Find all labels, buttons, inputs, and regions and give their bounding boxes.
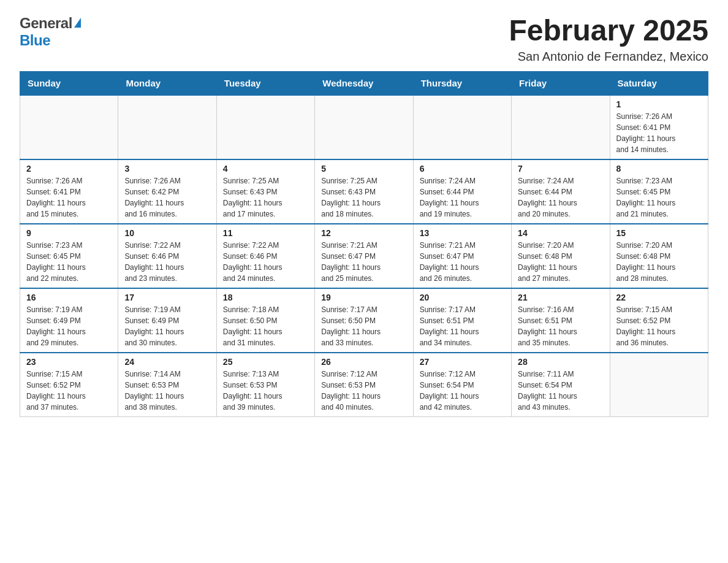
calendar-day-cell: 1Sunrise: 7:26 AM Sunset: 6:41 PM Daylig… <box>610 95 708 159</box>
calendar-day-cell: 20Sunrise: 7:17 AM Sunset: 6:51 PM Dayli… <box>413 288 511 353</box>
calendar-week-row: 16Sunrise: 7:19 AM Sunset: 6:49 PM Dayli… <box>20 288 708 353</box>
day-info: Sunrise: 7:22 AM Sunset: 6:46 PM Dayligh… <box>223 240 308 284</box>
logo-triangle-icon <box>74 18 81 28</box>
day-of-week-header: Friday <box>512 71 610 95</box>
day-info: Sunrise: 7:15 AM Sunset: 6:52 PM Dayligh… <box>616 304 702 348</box>
day-info: Sunrise: 7:25 AM Sunset: 6:43 PM Dayligh… <box>223 175 308 220</box>
day-number: 14 <box>518 228 603 238</box>
calendar-day-cell: 22Sunrise: 7:15 AM Sunset: 6:52 PM Dayli… <box>610 288 708 353</box>
calendar-day-cell: 19Sunrise: 7:17 AM Sunset: 6:50 PM Dayli… <box>315 288 413 353</box>
calendar-day-cell: 24Sunrise: 7:14 AM Sunset: 6:53 PM Dayli… <box>118 353 216 417</box>
calendar-day-cell: 9Sunrise: 7:23 AM Sunset: 6:45 PM Daylig… <box>20 224 118 288</box>
day-info: Sunrise: 7:21 AM Sunset: 6:47 PM Dayligh… <box>420 240 505 284</box>
logo: General Blue <box>20 15 81 49</box>
day-number: 25 <box>223 357 308 367</box>
day-info: Sunrise: 7:13 AM Sunset: 6:53 PM Dayligh… <box>223 369 308 413</box>
day-info: Sunrise: 7:15 AM Sunset: 6:52 PM Dayligh… <box>26 369 112 413</box>
calendar-day-cell: 25Sunrise: 7:13 AM Sunset: 6:53 PM Dayli… <box>216 353 314 417</box>
calendar-day-cell: 3Sunrise: 7:26 AM Sunset: 6:42 PM Daylig… <box>118 159 216 224</box>
day-info: Sunrise: 7:19 AM Sunset: 6:49 PM Dayligh… <box>124 304 210 348</box>
calendar-day-cell: 18Sunrise: 7:18 AM Sunset: 6:50 PM Dayli… <box>216 288 314 353</box>
day-info: Sunrise: 7:16 AM Sunset: 6:51 PM Dayligh… <box>518 304 603 348</box>
page-title: February 2025 <box>509 15 708 47</box>
calendar-day-cell: 4Sunrise: 7:25 AM Sunset: 6:43 PM Daylig… <box>216 159 314 224</box>
calendar-day-cell: 26Sunrise: 7:12 AM Sunset: 6:53 PM Dayli… <box>315 353 413 417</box>
day-number: 20 <box>420 293 505 302</box>
day-of-week-header: Monday <box>118 71 216 95</box>
page-header: General Blue February 2025 San Antonio d… <box>20 15 708 64</box>
calendar-day-cell: 7Sunrise: 7:24 AM Sunset: 6:44 PM Daylig… <box>512 159 610 224</box>
day-number: 9 <box>26 228 112 238</box>
calendar-day-cell <box>118 95 216 159</box>
day-info: Sunrise: 7:21 AM Sunset: 6:47 PM Dayligh… <box>321 240 406 284</box>
title-block: February 2025 San Antonio de Fernandez, … <box>509 15 708 64</box>
calendar-day-cell <box>610 353 708 417</box>
day-number: 6 <box>420 164 505 174</box>
page-subtitle: San Antonio de Fernandez, Mexico <box>509 50 708 64</box>
day-number: 27 <box>420 357 505 367</box>
day-number: 23 <box>26 357 112 367</box>
day-info: Sunrise: 7:11 AM Sunset: 6:54 PM Dayligh… <box>518 369 603 413</box>
day-info: Sunrise: 7:22 AM Sunset: 6:46 PM Dayligh… <box>124 240 210 284</box>
calendar-day-cell: 28Sunrise: 7:11 AM Sunset: 6:54 PM Dayli… <box>512 353 610 417</box>
day-number: 22 <box>616 293 702 302</box>
day-of-week-header: Thursday <box>413 71 511 95</box>
day-info: Sunrise: 7:12 AM Sunset: 6:53 PM Dayligh… <box>321 369 406 413</box>
day-of-week-header: Tuesday <box>216 71 314 95</box>
day-info: Sunrise: 7:17 AM Sunset: 6:51 PM Dayligh… <box>420 304 505 348</box>
day-number: 19 <box>321 293 406 302</box>
day-number: 24 <box>124 357 210 367</box>
logo-general-text: General <box>20 15 72 32</box>
day-number: 26 <box>321 357 406 367</box>
calendar-day-cell <box>315 95 413 159</box>
calendar-week-row: 23Sunrise: 7:15 AM Sunset: 6:52 PM Dayli… <box>20 353 708 417</box>
day-number: 3 <box>124 164 210 174</box>
day-info: Sunrise: 7:23 AM Sunset: 6:45 PM Dayligh… <box>26 240 112 284</box>
day-number: 28 <box>518 357 603 367</box>
day-number: 2 <box>26 164 112 174</box>
day-number: 21 <box>518 293 603 302</box>
calendar-day-cell <box>20 95 118 159</box>
calendar-table: SundayMondayTuesdayWednesdayThursdayFrid… <box>20 71 708 417</box>
calendar-day-cell: 13Sunrise: 7:21 AM Sunset: 6:47 PM Dayli… <box>413 224 511 288</box>
calendar-day-cell: 2Sunrise: 7:26 AM Sunset: 6:41 PM Daylig… <box>20 159 118 224</box>
day-info: Sunrise: 7:25 AM Sunset: 6:43 PM Dayligh… <box>321 175 406 220</box>
day-number: 1 <box>616 99 702 109</box>
day-number: 18 <box>223 293 308 302</box>
day-number: 10 <box>124 228 210 238</box>
calendar-day-cell: 11Sunrise: 7:22 AM Sunset: 6:46 PM Dayli… <box>216 224 314 288</box>
calendar-day-cell: 23Sunrise: 7:15 AM Sunset: 6:52 PM Dayli… <box>20 353 118 417</box>
day-number: 7 <box>518 164 603 174</box>
day-info: Sunrise: 7:19 AM Sunset: 6:49 PM Dayligh… <box>26 304 112 348</box>
calendar-day-cell: 14Sunrise: 7:20 AM Sunset: 6:48 PM Dayli… <box>512 224 610 288</box>
calendar-day-cell: 10Sunrise: 7:22 AM Sunset: 6:46 PM Dayli… <box>118 224 216 288</box>
day-number: 15 <box>616 228 702 238</box>
day-of-week-header: Saturday <box>610 71 708 95</box>
day-info: Sunrise: 7:14 AM Sunset: 6:53 PM Dayligh… <box>124 369 210 413</box>
day-info: Sunrise: 7:17 AM Sunset: 6:50 PM Dayligh… <box>321 304 406 348</box>
calendar-header-row: SundayMondayTuesdayWednesdayThursdayFrid… <box>20 71 708 95</box>
calendar-day-cell: 21Sunrise: 7:16 AM Sunset: 6:51 PM Dayli… <box>512 288 610 353</box>
calendar-week-row: 1Sunrise: 7:26 AM Sunset: 6:41 PM Daylig… <box>20 95 708 159</box>
day-number: 4 <box>223 164 308 174</box>
calendar-day-cell: 16Sunrise: 7:19 AM Sunset: 6:49 PM Dayli… <box>20 288 118 353</box>
day-info: Sunrise: 7:26 AM Sunset: 6:41 PM Dayligh… <box>26 175 112 220</box>
logo-blue-text: Blue <box>20 32 50 48</box>
calendar-day-cell <box>216 95 314 159</box>
day-info: Sunrise: 7:18 AM Sunset: 6:50 PM Dayligh… <box>223 304 308 348</box>
calendar-day-cell: 15Sunrise: 7:20 AM Sunset: 6:48 PM Dayli… <box>610 224 708 288</box>
day-info: Sunrise: 7:23 AM Sunset: 6:45 PM Dayligh… <box>616 175 702 220</box>
calendar-day-cell <box>413 95 511 159</box>
calendar-day-cell: 12Sunrise: 7:21 AM Sunset: 6:47 PM Dayli… <box>315 224 413 288</box>
day-number: 5 <box>321 164 406 174</box>
day-number: 8 <box>616 164 702 174</box>
day-info: Sunrise: 7:20 AM Sunset: 6:48 PM Dayligh… <box>518 240 603 284</box>
day-info: Sunrise: 7:26 AM Sunset: 6:42 PM Dayligh… <box>124 175 210 220</box>
day-number: 11 <box>223 228 308 238</box>
calendar-week-row: 9Sunrise: 7:23 AM Sunset: 6:45 PM Daylig… <box>20 224 708 288</box>
calendar-day-cell: 17Sunrise: 7:19 AM Sunset: 6:49 PM Dayli… <box>118 288 216 353</box>
day-number: 12 <box>321 228 406 238</box>
day-info: Sunrise: 7:24 AM Sunset: 6:44 PM Dayligh… <box>518 175 603 220</box>
calendar-day-cell: 8Sunrise: 7:23 AM Sunset: 6:45 PM Daylig… <box>610 159 708 224</box>
day-number: 17 <box>124 293 210 302</box>
